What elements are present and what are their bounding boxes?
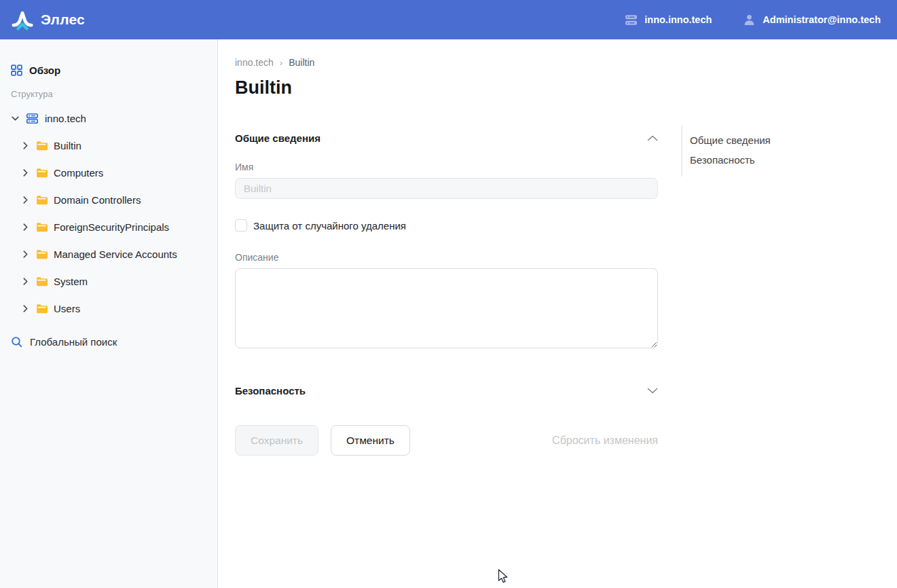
folder-icon <box>36 222 48 232</box>
tree-node-managed-service-accounts[interactable]: Managed Service Accounts <box>11 240 210 268</box>
tree-node-label: Users <box>54 303 80 314</box>
chevron-right-icon <box>21 196 30 204</box>
breadcrumb-item-root[interactable]: inno.tech <box>235 57 274 68</box>
name-input[interactable] <box>235 178 658 199</box>
structure-section-label: Структура <box>11 89 210 99</box>
save-button[interactable]: Сохранить <box>235 425 318 456</box>
folder-icon <box>36 141 48 151</box>
page-title: Builtin <box>235 77 897 98</box>
main-content: inno.tech › Builtin Builtin Общие сведен… <box>218 39 897 588</box>
tree-node-label: Builtin <box>54 140 81 151</box>
tree-node-label: System <box>54 276 88 287</box>
tree-node-label: Computers <box>54 167 103 179</box>
section-security-title: Безопасность <box>235 385 306 397</box>
sidebar-item-overview[interactable]: Обзор <box>11 62 210 77</box>
chevron-down-icon <box>647 388 658 394</box>
tree-node-system[interactable]: System <box>11 268 210 295</box>
server-icon <box>625 14 638 26</box>
protect-checkbox[interactable] <box>235 219 247 232</box>
chevron-up-icon <box>647 135 658 141</box>
description-textarea[interactable] <box>235 268 658 348</box>
overview-label: Обзор <box>29 65 60 76</box>
app-header: Эллес inno.inno.tech Administrator@in <box>0 0 897 39</box>
breadcrumb-item-current: Builtin <box>289 57 314 68</box>
brand: Эллес <box>11 8 85 31</box>
tree-node-builtin[interactable]: Builtin <box>11 132 210 159</box>
protect-checkbox-label: Защита от случайного удаления <box>253 220 406 232</box>
tree-node-root[interactable]: inno.tech <box>11 105 210 132</box>
description-field-label: Описание <box>235 252 658 263</box>
folder-icon <box>36 195 48 205</box>
sidebar-item-global-search[interactable]: Глобальный поиск <box>11 333 210 350</box>
folder-icon <box>36 276 48 287</box>
object-form: Общие сведения Имя Защита от случайного … <box>235 98 658 456</box>
form-actions: Сохранить Отменить Сбросить изменения <box>235 425 658 456</box>
global-search-label: Глобальный поиск <box>30 336 117 348</box>
chevron-right-icon <box>21 141 30 150</box>
folder-icon <box>36 168 48 178</box>
user-menu[interactable]: Administrator@inno.tech <box>743 14 881 26</box>
anchor-nav: Общие сведения Безопасность <box>681 126 817 177</box>
tree-node-label: Managed Service Accounts <box>54 249 177 260</box>
breadcrumb-separator-icon: › <box>280 58 282 68</box>
domain-label: inno.inno.tech <box>644 14 712 25</box>
tree-node-domain-controllers[interactable]: Domain Controllers <box>11 186 210 213</box>
cancel-button[interactable]: Отменить <box>331 425 410 456</box>
domain-selector[interactable]: inno.inno.tech <box>625 14 712 26</box>
chevron-right-icon <box>21 250 30 259</box>
folder-icon <box>36 249 48 259</box>
chevron-right-icon <box>21 304 30 313</box>
brand-name: Эллес <box>41 12 85 28</box>
chevron-right-icon <box>21 277 30 286</box>
sidebar: Обзор Структура inno.tech <box>0 39 218 588</box>
user-icon <box>743 14 756 26</box>
tree-node-computers[interactable]: Computers <box>11 159 210 186</box>
tree-node-foreignsecurityprincipals[interactable]: ForeignSecurityPrincipals <box>11 213 210 240</box>
user-label: Administrator@inno.tech <box>763 14 881 25</box>
anchor-item-general[interactable]: Общие сведения <box>690 130 817 150</box>
folder-icon <box>36 304 48 314</box>
anchor-item-security[interactable]: Безопасность <box>690 150 817 170</box>
protect-checkbox-row: Защита от случайного удаления <box>235 219 658 232</box>
name-field-label: Имя <box>235 162 658 172</box>
section-general-title: Общие сведения <box>235 132 321 144</box>
section-general-header[interactable]: Общие сведения <box>235 132 658 144</box>
reset-changes-link[interactable]: Сбросить изменения <box>552 435 658 447</box>
server-icon <box>26 112 39 125</box>
chevron-right-icon <box>21 223 30 232</box>
section-security-header[interactable]: Безопасность <box>235 385 658 397</box>
tree-node-label: Domain Controllers <box>54 194 141 206</box>
tree-node-label: inno.tech <box>45 113 86 124</box>
search-icon <box>11 336 22 348</box>
breadcrumb: inno.tech › Builtin <box>235 57 897 68</box>
tree-node-users[interactable]: Users <box>11 295 210 322</box>
chevron-down-icon <box>11 114 20 123</box>
chevron-right-icon <box>21 168 30 177</box>
grid-icon <box>11 65 22 76</box>
directory-tree: inno.tech Builtin Computers Domain Contr… <box>11 105 210 322</box>
tree-node-label: ForeignSecurityPrincipals <box>54 221 169 233</box>
elles-logo-icon <box>11 8 34 31</box>
